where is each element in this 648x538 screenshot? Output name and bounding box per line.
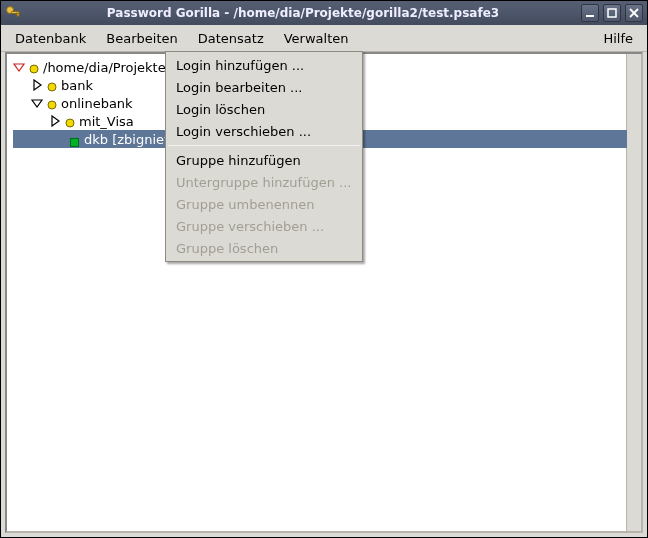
entry-icon — [70, 135, 79, 144]
svg-rect-4 — [608, 9, 616, 17]
menubar: Datenbank Bearbeiten Datensatz Verwalten… — [1, 25, 647, 52]
vertical-scrollbar[interactable] — [626, 54, 641, 531]
ctx-login-add[interactable]: Login hinzufügen ... — [166, 54, 362, 76]
ctx-login-delete[interactable]: Login löschen — [166, 98, 362, 120]
svg-rect-9 — [71, 138, 79, 146]
context-menu-separator — [168, 145, 360, 146]
titlebar[interactable]: Password Gorilla - /home/dia/Projekte/go… — [1, 1, 647, 25]
expand-toggle-open-icon[interactable] — [13, 61, 25, 73]
client-area: /home/dia/Projekte/g bank onlinebank mit… — [5, 52, 643, 533]
password-tree[interactable]: /home/dia/Projekte/g bank onlinebank mit… — [7, 54, 626, 531]
tree-label: bank — [61, 78, 93, 93]
window-title: Password Gorilla - /home/dia/Projekte/go… — [25, 6, 581, 20]
expand-toggle-open-icon[interactable] — [31, 97, 43, 109]
svg-point-8 — [66, 119, 74, 127]
folder-icon — [65, 116, 75, 126]
titlebar-buttons — [581, 4, 643, 22]
tree-label: onlinebank — [61, 96, 133, 111]
menu-hilfe[interactable]: Hilfe — [593, 25, 643, 51]
tree-label: mit_Visa — [79, 114, 134, 129]
ctx-group-move: Gruppe verschieben ... — [166, 215, 362, 237]
folder-icon — [47, 98, 57, 108]
svg-rect-2 — [17, 13, 19, 16]
ctx-login-edit[interactable]: Login bearbeiten ... — [166, 76, 362, 98]
folder-icon — [29, 62, 39, 72]
menu-verwalten[interactable]: Verwalten — [274, 25, 359, 51]
menu-datenbank[interactable]: Datenbank — [5, 25, 96, 51]
app-window: Password Gorilla - /home/dia/Projekte/go… — [0, 0, 648, 538]
ctx-login-move[interactable]: Login verschieben ... — [166, 120, 362, 142]
ctx-group-add[interactable]: Gruppe hinzufügen — [166, 149, 362, 171]
ctx-group-delete: Gruppe löschen — [166, 237, 362, 259]
app-key-icon — [5, 5, 21, 21]
close-button[interactable] — [625, 4, 643, 22]
ctx-group-rename: Gruppe umbenennen — [166, 193, 362, 215]
tree-label: dkb [zbigniew — [84, 132, 175, 147]
menu-datensatz[interactable]: Datensatz — [188, 25, 274, 51]
svg-point-7 — [48, 101, 56, 109]
svg-point-6 — [48, 83, 56, 91]
expand-toggle-closed-icon[interactable] — [31, 79, 43, 91]
maximize-button[interactable] — [603, 4, 621, 22]
tree-label: /home/dia/Projekte/g — [43, 60, 178, 75]
context-menu: Login hinzufügen ... Login bearbeiten ..… — [165, 51, 363, 262]
svg-point-5 — [30, 65, 38, 73]
ctx-subgroup-add: Untergruppe hinzufügen ... — [166, 171, 362, 193]
folder-icon — [47, 80, 57, 90]
expand-toggle-closed-icon[interactable] — [49, 115, 61, 127]
minimize-button[interactable] — [581, 4, 599, 22]
menu-bearbeiten[interactable]: Bearbeiten — [96, 25, 187, 51]
svg-rect-3 — [586, 15, 594, 17]
